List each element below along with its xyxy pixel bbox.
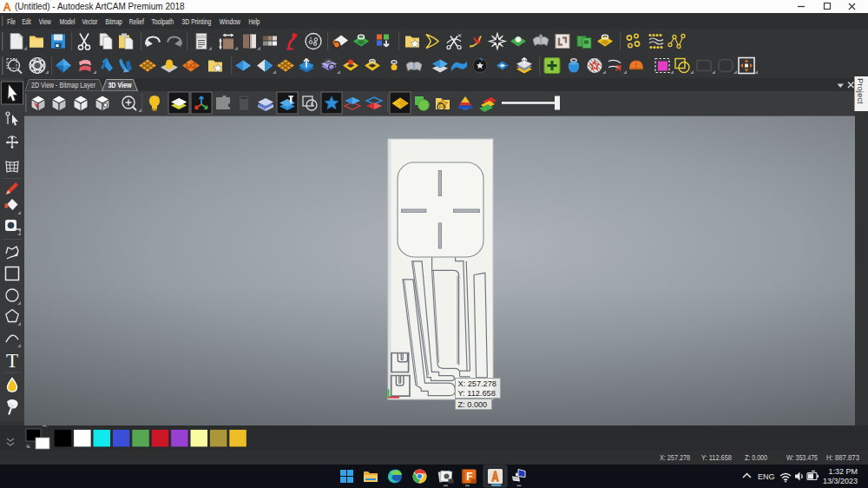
svg-text:Y: 112.658: Y: 112.658 xyxy=(701,453,732,462)
svg-text:X: 257.278: X: 257.278 xyxy=(660,453,690,462)
svg-text:W: 353.475: W: 353.475 xyxy=(786,453,818,462)
svg-text:Z: 0.000: Z: 0.000 xyxy=(745,453,767,462)
svg-text:H: 887.873: H: 887.873 xyxy=(826,453,859,462)
